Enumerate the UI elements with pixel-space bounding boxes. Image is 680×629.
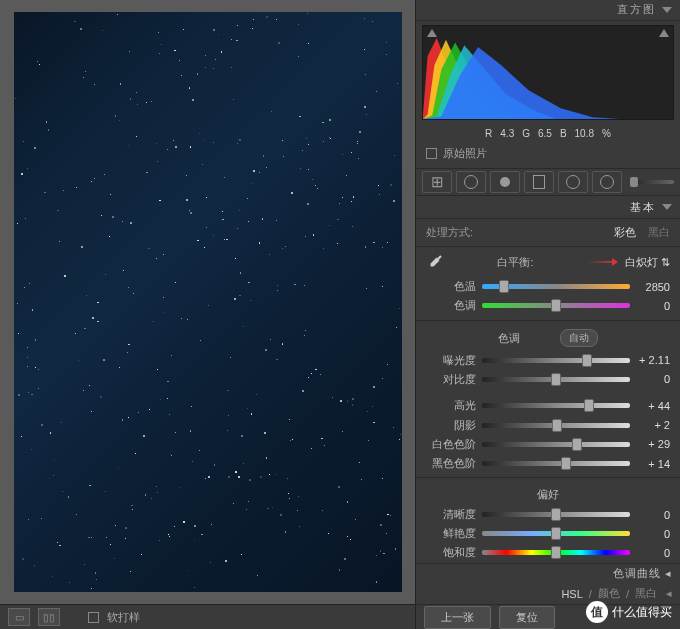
- tone-header: 色调 自动: [416, 324, 680, 350]
- tone-label: 色调: [498, 331, 520, 346]
- whites-slider[interactable]: [482, 442, 630, 447]
- view-mode-compare-icon[interactable]: ▯▯: [38, 608, 60, 626]
- temp-label: 色温: [426, 279, 476, 294]
- collapse-icon: [662, 204, 672, 210]
- preview-content: [14, 12, 402, 592]
- clarity-value[interactable]: 0: [636, 509, 670, 521]
- highlights-value[interactable]: + 44: [636, 400, 670, 412]
- contrast-row: 对比度 0: [416, 370, 680, 389]
- slider-thumb[interactable]: [551, 527, 561, 540]
- tool-slider[interactable]: [630, 180, 674, 184]
- slider-thumb[interactable]: [572, 438, 582, 451]
- presence-header: 偏好: [416, 482, 680, 505]
- highlight-clip-icon[interactable]: [659, 29, 669, 37]
- eyedropper-icon[interactable]: [426, 253, 444, 271]
- highlights-slider[interactable]: [482, 403, 630, 408]
- tint-slider[interactable]: [482, 303, 630, 308]
- basic-title: 基本: [630, 200, 656, 215]
- dropdown-icon: ⇅: [661, 256, 670, 269]
- rgb-readout: R4.3 G6.5 B10.8 %: [416, 124, 680, 143]
- original-checkbox[interactable]: [426, 148, 437, 159]
- canvas-area: [0, 0, 415, 604]
- crop-tool-icon[interactable]: ⊞: [422, 171, 452, 193]
- wb-preset-dropdown[interactable]: 白炽灯⇅: [625, 255, 670, 270]
- histogram-header[interactable]: 直方图: [416, 0, 680, 21]
- exposure-value[interactable]: + 2.11: [636, 354, 670, 366]
- slider-thumb[interactable]: [551, 546, 561, 559]
- wb-label: 白平衡:: [452, 255, 579, 270]
- vibrance-label: 鲜艳度: [426, 526, 476, 541]
- highlights-label: 高光: [426, 398, 476, 413]
- slider-thumb[interactable]: [584, 399, 594, 412]
- preview-image[interactable]: [14, 12, 402, 592]
- contrast-value[interactable]: 0: [636, 373, 670, 385]
- shadows-row: 阴影 + 2: [416, 416, 680, 435]
- saturation-value[interactable]: 0: [636, 547, 670, 559]
- watermark: 值 什么值得买: [586, 601, 672, 623]
- contrast-label: 对比度: [426, 372, 476, 387]
- temp-slider-row: 色温 2850: [416, 277, 680, 296]
- slider-thumb[interactable]: [551, 299, 561, 312]
- vibrance-value[interactable]: 0: [636, 528, 670, 540]
- tint-value[interactable]: 0: [636, 300, 670, 312]
- vibrance-slider[interactable]: [482, 531, 630, 536]
- contrast-slider[interactable]: [482, 377, 630, 382]
- slider-thumb[interactable]: [561, 457, 571, 470]
- highlights-row: 高光 + 44: [416, 396, 680, 415]
- clarity-row: 清晰度 0: [416, 505, 680, 524]
- original-label: 原始照片: [443, 146, 487, 161]
- radial-filter-icon[interactable]: [558, 171, 588, 193]
- blacks-slider[interactable]: [482, 461, 630, 466]
- tone-curve-header[interactable]: 色调曲线 ◂: [416, 563, 680, 584]
- shadows-label: 阴影: [426, 418, 476, 433]
- blacks-label: 黑色色阶: [426, 456, 476, 471]
- arrow-icon: [587, 261, 617, 263]
- temp-value[interactable]: 2850: [636, 281, 670, 293]
- blacks-value[interactable]: + 14: [636, 458, 670, 470]
- view-mode-single-icon[interactable]: ▭: [8, 608, 30, 626]
- whites-value[interactable]: + 29: [636, 438, 670, 450]
- histogram[interactable]: [422, 25, 674, 120]
- clarity-slider[interactable]: [482, 512, 630, 517]
- g-label: G: [522, 128, 530, 139]
- spot-tool-icon[interactable]: [456, 171, 486, 193]
- color-tab[interactable]: 颜色: [598, 586, 620, 601]
- shadows-slider[interactable]: [482, 423, 630, 428]
- vibrance-row: 鲜艳度 0: [416, 524, 680, 543]
- watermark-badge: 值: [586, 601, 608, 623]
- blacks-row: 黑色色阶 + 14: [416, 454, 680, 473]
- shadows-value[interactable]: + 2: [636, 419, 670, 431]
- slider-thumb[interactable]: [551, 508, 561, 521]
- redeye-tool-icon[interactable]: [490, 171, 520, 193]
- grad-filter-icon[interactable]: [524, 171, 554, 193]
- slider-thumb[interactable]: [552, 419, 562, 432]
- histogram-title: 直方图: [617, 2, 656, 17]
- temp-slider[interactable]: [482, 284, 630, 289]
- whites-label: 白色色阶: [426, 437, 476, 452]
- reset-button[interactable]: 复位: [499, 606, 555, 629]
- treatment-color[interactable]: 彩色: [614, 225, 636, 240]
- g-value: 6.5: [538, 128, 552, 139]
- softproof-checkbox[interactable]: [88, 612, 99, 623]
- saturation-label: 饱和度: [426, 545, 476, 560]
- r-label: R: [485, 128, 492, 139]
- wb-preset-value: 白炽灯: [625, 255, 658, 270]
- exposure-slider[interactable]: [482, 358, 630, 363]
- basic-header[interactable]: 基本: [416, 196, 680, 219]
- prev-button[interactable]: 上一张: [424, 606, 491, 629]
- watermark-text: 什么值得买: [612, 604, 672, 621]
- right-panel: 直方图 R4.3 G6.5 B10.8 % 原始照片 ⊞ 基本 处理方式: 彩色…: [415, 0, 680, 629]
- saturation-slider[interactable]: [482, 550, 630, 555]
- brush-tool-icon[interactable]: [592, 171, 622, 193]
- auto-button[interactable]: 自动: [560, 329, 598, 347]
- slider-thumb[interactable]: [499, 280, 509, 293]
- slider-thumb[interactable]: [551, 373, 561, 386]
- saturation-row: 饱和度 0: [416, 543, 680, 562]
- slider-thumb[interactable]: [582, 354, 592, 367]
- bw-tab[interactable]: 黑白: [635, 586, 657, 601]
- exposure-row: 曝光度 + 2.11: [416, 350, 680, 369]
- pct-label: %: [602, 128, 611, 139]
- treatment-bw[interactable]: 黑白: [648, 225, 670, 240]
- original-photo-row[interactable]: 原始照片: [416, 143, 680, 164]
- hsl-tab[interactable]: HSL: [561, 588, 582, 600]
